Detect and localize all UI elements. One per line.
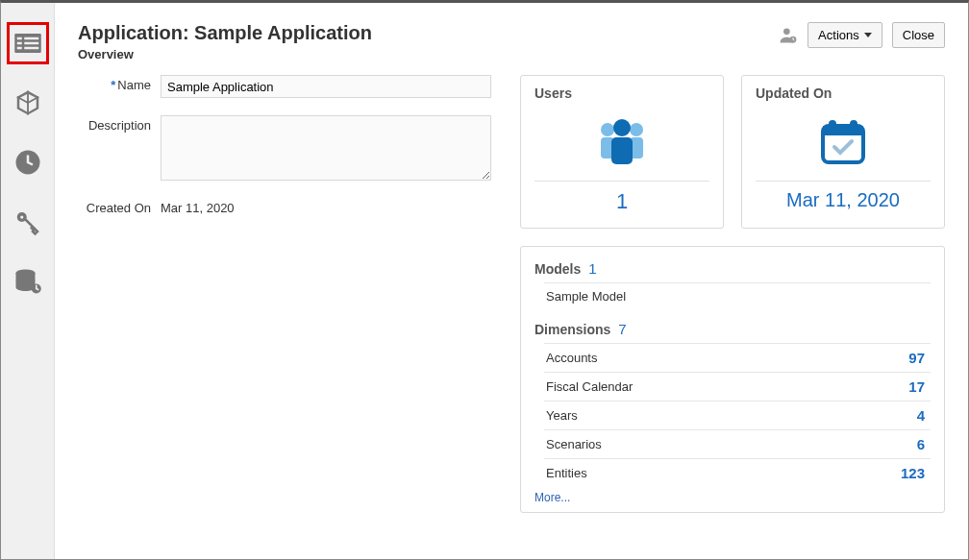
dimension-count: 97 <box>908 350 929 366</box>
dimension-name: Accounts <box>546 351 597 365</box>
form-section: *Name Description Created On Mar 11, 202… <box>78 75 491 513</box>
description-textarea[interactable] <box>161 115 491 181</box>
svg-rect-21 <box>823 126 863 135</box>
dimension-count: 17 <box>908 378 929 395</box>
page-title: Application: Sample Application <box>78 22 372 44</box>
sidebar-item-overview[interactable] <box>7 22 49 64</box>
more-link[interactable]: More... <box>534 487 570 504</box>
cube-icon <box>13 88 42 117</box>
models-dimensions-card: Models 1 Sample Model Dimensions 7 Accou… <box>520 246 945 513</box>
models-count: 1 <box>588 260 596 277</box>
actions-button[interactable]: Actions <box>808 22 882 48</box>
dimension-count: 4 <box>917 407 929 424</box>
sidebar-item-keys[interactable] <box>7 201 49 243</box>
svg-point-12 <box>783 28 790 35</box>
dimension-row[interactable]: Years4 <box>544 401 931 429</box>
svg-point-16 <box>630 123 643 136</box>
dimension-count: 123 <box>901 465 929 481</box>
dimension-row[interactable]: Scenarios6 <box>544 429 931 458</box>
clock-icon <box>13 148 42 177</box>
keys-icon <box>13 207 42 236</box>
svg-rect-5 <box>16 47 21 50</box>
created-on-value: Mar 11, 2020 <box>161 198 235 219</box>
svg-point-14 <box>601 123 614 136</box>
close-button[interactable]: Close <box>892 22 945 48</box>
sidebar-item-clock[interactable] <box>7 141 49 183</box>
svg-point-18 <box>613 119 631 136</box>
dimensions-count: 7 <box>618 321 626 337</box>
users-count[interactable]: 1 <box>534 189 709 214</box>
name-label: *Name <box>78 75 161 96</box>
main-panel: Application: Sample Application Overview… <box>55 3 968 559</box>
dimension-row[interactable]: Accounts97 <box>544 343 931 372</box>
svg-rect-6 <box>24 47 38 50</box>
created-on-label: Created On <box>78 198 161 219</box>
updated-card-title: Updated On <box>756 85 931 101</box>
actions-label: Actions <box>818 28 859 42</box>
svg-rect-1 <box>16 37 21 40</box>
dimension-name: Years <box>546 408 578 423</box>
updated-date[interactable]: Mar 11, 2020 <box>756 189 931 211</box>
svg-point-23 <box>850 120 857 128</box>
model-name: Sample Model <box>546 289 626 304</box>
svg-rect-2 <box>24 37 38 40</box>
page-subtitle: Overview <box>78 47 372 61</box>
sidebar-item-database[interactable] <box>7 260 49 303</box>
description-label: Description <box>78 115 161 136</box>
sidebar-item-cube[interactable] <box>7 82 49 124</box>
dimension-name: Entities <box>546 466 587 480</box>
models-header: Models 1 <box>534 256 931 282</box>
dimensions-header: Dimensions 7 <box>534 317 931 343</box>
dimension-name: Scenarios <box>546 437 602 451</box>
svg-rect-4 <box>24 42 38 45</box>
model-row[interactable]: Sample Model <box>544 282 931 309</box>
dimension-name: Fiscal Calendar <box>546 379 633 394</box>
calendar-check-icon <box>813 116 873 166</box>
svg-point-22 <box>829 120 836 128</box>
user-admin-icon[interactable] <box>779 26 798 45</box>
dimension-row[interactable]: Fiscal Calendar17 <box>544 372 931 401</box>
list-card-icon <box>13 29 42 58</box>
chevron-down-icon <box>864 33 872 37</box>
name-input[interactable] <box>161 75 491 98</box>
dimension-row[interactable]: Entities123 <box>544 458 931 487</box>
sidebar <box>1 3 55 559</box>
database-icon <box>13 267 42 296</box>
users-icon <box>592 116 652 166</box>
updated-card: Updated On Mar 11, 2020 <box>741 75 945 229</box>
users-card: Users <box>520 75 724 229</box>
users-card-title: Users <box>534 85 709 101</box>
svg-rect-3 <box>16 42 21 45</box>
dimension-count: 6 <box>917 436 929 452</box>
svg-rect-19 <box>611 137 633 164</box>
svg-point-9 <box>20 215 23 218</box>
